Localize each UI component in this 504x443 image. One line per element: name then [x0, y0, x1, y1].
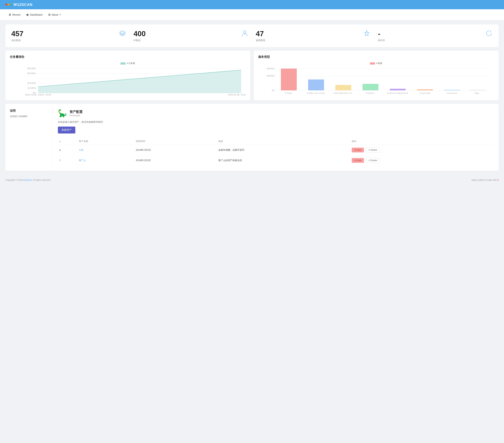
col-name: 资产名称	[77, 138, 134, 145]
nav-about-label: About	[52, 13, 58, 16]
svg-text:100: 100	[27, 87, 36, 89]
col-desc: 描述	[217, 138, 350, 145]
svg-rect-31	[417, 89, 433, 90]
nav-recent[interactable]: 🖥 Recent	[5, 9, 23, 20]
main-content: 457 域名数据 400 IP数据	[0, 20, 504, 175]
svg-text:400: 400	[266, 68, 275, 70]
table-row: 7 饿了么 2019年2月3日 饿了么的资产收集信息 ⬆ View ↺ Dele…	[58, 155, 493, 166]
svg-rect-21	[281, 68, 297, 90]
svg-text:telnet: telnet	[447, 92, 457, 94]
svg-text:http: http	[285, 92, 292, 94]
row-desc: 饿了么的资产收集信息	[217, 155, 350, 166]
header: W12SCAN	[0, 0, 504, 9]
refresh-icon	[486, 30, 493, 38]
stat-vulns-label: 漏洞数量	[256, 39, 265, 42]
row-id: 7	[58, 155, 77, 166]
asset-name-link[interactable]: 斗鱼	[79, 149, 84, 151]
task-legend-box	[120, 62, 126, 65]
nav-recent-label: Recent	[12, 13, 20, 16]
monitor-icon: 🖥	[8, 13, 11, 16]
svg-text:https: https	[366, 92, 375, 94]
row-actions: ⬆ View ↺ Delete	[350, 155, 493, 166]
asset-subtitle: Developer	[70, 114, 83, 117]
svg-text:http-proxy: http-proxy	[307, 92, 325, 94]
svg-point-0	[243, 31, 246, 33]
charts-row: 任务量报告 # 任务量 600 500 200 1	[5, 51, 499, 100]
stat-vulns: 47 漏洞数量	[256, 30, 375, 42]
row-name: 饿了么	[77, 155, 134, 166]
svg-text:600: 600	[27, 67, 36, 70]
grid-icon: ⊞	[48, 13, 51, 16]
chevron-down-icon: ▾	[60, 14, 61, 16]
nav-dashboard-label: Dashboard	[30, 13, 42, 16]
stat-plugins: - 插件库	[378, 30, 493, 42]
svg-rect-25	[335, 85, 351, 90]
new-asset-button[interactable]: 新建资产	[58, 127, 75, 134]
desc-text: 123321 1234567	[10, 115, 48, 118]
stat-domains-num: 457	[11, 30, 23, 38]
asset-table: # 资产名称 添加时间 描述 操作 8 斗鱼 2019年2月4日 这家伙很懒，这…	[58, 138, 493, 166]
asset-name-link[interactable]: 饿了么	[79, 159, 86, 162]
svg-rect-33	[444, 90, 460, 90]
svg-text:mysql: mysql	[419, 92, 430, 94]
row-desc: 这家伙很懒，这都不想写	[217, 145, 350, 155]
person-icon	[241, 30, 248, 38]
asset-description: 在此处输入相关资产，然后你就能查询得到	[58, 120, 493, 124]
delete-button[interactable]: ↺ Delete	[366, 158, 380, 163]
row-name: 斗鱼	[77, 145, 134, 155]
asset-title: 资产配置	[70, 110, 83, 114]
svg-text:tcpwrapped: tcpwrapped	[387, 92, 408, 94]
stat-ip-label: IP数据	[134, 39, 146, 42]
col-id: #	[58, 138, 77, 145]
service-chart-title: 服务类型	[258, 55, 494, 59]
heart-icon: ♥	[497, 179, 499, 181]
svg-rect-23	[308, 80, 324, 90]
svg-text:200: 200	[27, 82, 36, 84]
svg-rect-29	[390, 89, 406, 90]
service-bar-chart: 400 300 0 http http-proxy landesk-rc	[258, 67, 494, 96]
view-button[interactable]: ⬆ View	[352, 158, 364, 163]
row-id: 8	[58, 145, 77, 155]
row-date: 2019年2月4日	[134, 145, 217, 155]
nav-dashboard[interactable]: ◉ Dashboard	[23, 9, 45, 20]
nav-bar: 🖥 Recent ◉ Dashboard ⊞ About ▾	[0, 9, 504, 20]
service-chart-legend: # 数量	[258, 62, 494, 65]
delete-button[interactable]: ↺ Delete	[366, 148, 380, 153]
service-legend-label: # 数量	[376, 62, 382, 65]
logo-text: W12SCAN	[14, 2, 33, 7]
col-action: 操作	[350, 138, 493, 145]
asset-header: 🦕 资产配置 Developer	[58, 109, 493, 118]
stat-ip: 400 IP数据	[134, 30, 252, 42]
nav-about[interactable]: ⊞ About ▾	[45, 9, 64, 20]
task-chart-title: 任务量报告	[10, 55, 246, 59]
row-actions: ⬆ View ↺ Delete	[350, 145, 493, 155]
footer-link[interactable]: w12scan	[23, 179, 32, 181]
stat-plugins-num: -	[378, 30, 385, 38]
dashboard-icon: ◉	[26, 13, 29, 16]
footer: Copyright © 2018 w12scan. All rights res…	[0, 175, 504, 185]
svg-text:2019-02-02: 2019-02-02	[25, 94, 52, 96]
task-legend-label: # 任务量	[127, 62, 135, 65]
task-line-chart: 600 500 200 100 0 2019-02-02 2019-02-03	[10, 67, 246, 96]
table-row: 8 斗鱼 2019年2月4日 这家伙很懒，这都不想写 ⬆ View ↺ Dele…	[58, 145, 493, 155]
svg-text:500: 500	[27, 72, 36, 75]
view-button[interactable]: ⬆ View	[352, 148, 364, 153]
stat-domains-label: 域名数据	[11, 39, 23, 42]
service-chart-card: 服务类型 # 数量 400 300 0	[254, 51, 499, 100]
stat-vulns-num: 47	[256, 30, 265, 38]
svg-text:landesk-rc: landesk-rc	[334, 92, 353, 94]
svg-text:0: 0	[272, 89, 275, 91]
desc-panel: 说明 123321 1234567	[5, 104, 53, 171]
stat-ip-num: 400	[134, 30, 146, 38]
service-legend-box	[370, 62, 375, 65]
svg-rect-27	[363, 84, 378, 90]
bottom-row: 说明 123321 1234567 🦕 资产配置 Developer 在此处输入…	[5, 104, 499, 171]
desc-title: 说明	[10, 109, 48, 113]
stat-plugins-label: 插件库	[378, 39, 385, 42]
svg-text:300: 300	[266, 75, 275, 77]
footer-copyright: Copyright © 2018 w12scan. All rights res…	[5, 179, 51, 181]
svg-rect-35	[469, 90, 485, 90]
footer-right: w8ay-crafted & made with ♥	[471, 179, 499, 181]
layers-icon	[119, 30, 126, 38]
asset-panel: 🦕 资产配置 Developer 在此处输入相关资产，然后你就能查询得到 新建资…	[53, 104, 499, 171]
